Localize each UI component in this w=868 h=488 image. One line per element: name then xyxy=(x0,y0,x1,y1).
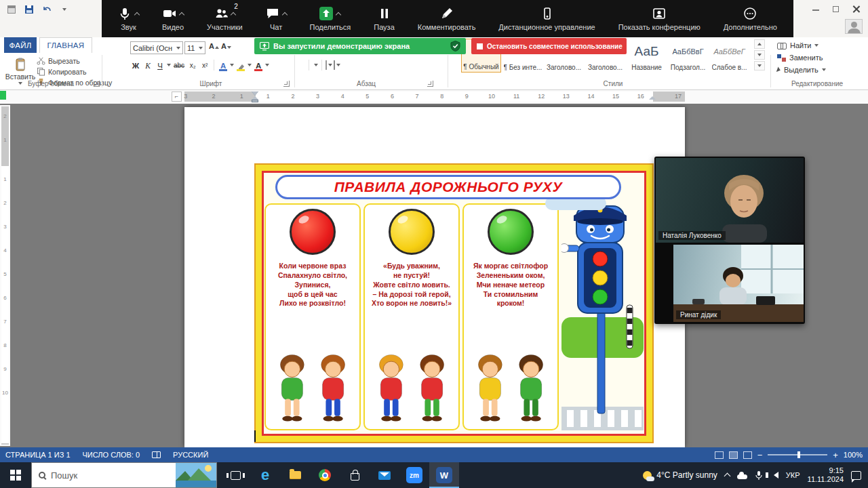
font-family-select[interactable]: Calibri (Осн xyxy=(130,41,183,54)
zoom-pause-button[interactable]: Пауза xyxy=(374,6,395,31)
style-item-title[interactable]: АаБ Название xyxy=(627,39,667,73)
font-dialog-launcher-icon[interactable] xyxy=(283,81,290,87)
left-indent-marker[interactable] xyxy=(252,100,258,102)
font-color-dropdown-icon[interactable] xyxy=(265,64,269,66)
language-switcher[interactable]: УКР xyxy=(786,471,800,479)
account-avatar[interactable] xyxy=(845,19,863,34)
borders-dropdown-icon[interactable] xyxy=(336,64,340,66)
styles-gallery-more[interactable] xyxy=(754,61,765,70)
shading-dropdown-icon[interactable] xyxy=(328,64,332,66)
zoom-more-button[interactable]: Дополнительно xyxy=(724,6,777,31)
strikethrough-button[interactable]: abc xyxy=(172,59,186,71)
zoom-app-button[interactable]: zm xyxy=(399,462,429,488)
clipboard-dialog-launcher-icon[interactable] xyxy=(94,81,100,87)
proofing-icon[interactable] xyxy=(152,451,161,458)
web-layout-icon[interactable] xyxy=(743,451,752,459)
paragraph-dialog-launcher-icon[interactable] xyxy=(427,81,433,87)
zoom-slider-handle[interactable] xyxy=(797,451,800,458)
horizontal-ruler[interactable]: ⌐ 321 1234 5678 9101112 13141516 17 xyxy=(0,90,868,104)
chevron-up-icon[interactable] xyxy=(178,12,184,18)
mail-button[interactable] xyxy=(370,462,399,488)
underline-button[interactable]: Ч xyxy=(155,59,165,71)
select-button[interactable]: Выделить xyxy=(777,64,826,75)
read-mode-icon[interactable] xyxy=(715,451,724,459)
word-app-button[interactable]: W xyxy=(429,462,459,488)
print-layout-icon[interactable] xyxy=(729,451,738,459)
tab-file[interactable]: ФАЙЛ xyxy=(4,37,37,53)
borders-button[interactable] xyxy=(334,61,335,69)
close-icon[interactable] xyxy=(852,5,860,13)
zoom-participants-button[interactable]: 2 Участники xyxy=(207,6,243,31)
volume-icon[interactable] xyxy=(774,472,778,479)
chevron-up-icon[interactable] xyxy=(336,12,341,18)
right-indent-marker[interactable] xyxy=(649,96,656,100)
taskbar-search[interactable]: Пошук xyxy=(31,462,217,488)
copy-button[interactable]: Копировать xyxy=(37,66,112,77)
chevron-up-icon[interactable] xyxy=(281,12,287,18)
tab-home[interactable]: ГЛАВНАЯ xyxy=(39,37,92,53)
store-button[interactable] xyxy=(340,462,370,488)
shading-button[interactable] xyxy=(326,61,327,69)
highlight-button[interactable] xyxy=(235,59,246,71)
language-indicator[interactable]: РУССКИЙ xyxy=(173,451,208,459)
undo-icon[interactable] xyxy=(42,5,52,14)
minimize-icon[interactable] xyxy=(812,9,819,11)
style-item-subtle-emphasis[interactable]: АаБбВеГ Слабое в... xyxy=(709,39,749,73)
subscript-button[interactable]: x₂ xyxy=(187,59,198,71)
grow-font-button[interactable]: А xyxy=(209,42,219,50)
hidden-icons-chevron[interactable] xyxy=(724,473,730,480)
shrink-font-button[interactable]: А xyxy=(221,42,231,50)
task-view-button[interactable] xyxy=(220,462,250,488)
file-explorer-button[interactable] xyxy=(280,462,310,488)
restore-icon[interactable] xyxy=(833,6,839,12)
document-page[interactable]: ПРАВИЛА ДОРОЖНЬОГО РУХУ Коли червоне вра… xyxy=(184,107,685,447)
text-effects-dropdown-icon[interactable] xyxy=(230,64,234,66)
underline-dropdown-icon[interactable] xyxy=(167,64,171,66)
replace-button[interactable]: Заменить xyxy=(777,52,823,63)
italic-button[interactable]: К xyxy=(142,59,153,71)
zoom-slider[interactable] xyxy=(768,454,827,455)
zoom-out-button[interactable]: − xyxy=(757,451,763,460)
zoom-show-conference-button[interactable]: Показать конференцию xyxy=(618,6,701,31)
chrome-button[interactable] xyxy=(310,462,340,488)
zoom-level[interactable]: 100% xyxy=(844,451,863,459)
participant-video-2[interactable]: Ринат дідик xyxy=(673,245,804,322)
word-count[interactable]: ЧИСЛО СЛОВ: 0 xyxy=(83,451,140,459)
styles-gallery-scroll-up[interactable] xyxy=(754,39,765,49)
zoom-remote-control-button[interactable]: Дистанционное управление xyxy=(498,6,595,31)
zoom-audio-button[interactable]: Звук xyxy=(118,6,139,31)
zoom-in-button[interactable]: + xyxy=(833,451,838,460)
edge-button[interactable]: e xyxy=(250,462,280,488)
qat-customize-chevron-icon[interactable] xyxy=(60,5,69,14)
first-line-indent-marker[interactable] xyxy=(252,92,258,96)
zoom-video-button[interactable]: Видео xyxy=(162,6,184,31)
stop-sharing-button[interactable]: Остановить совместное использование xyxy=(471,38,627,54)
line-spacing-dropdown-icon[interactable] xyxy=(314,64,318,66)
chevron-up-icon[interactable] xyxy=(231,12,236,18)
zoom-annotate-button[interactable]: Комментировать xyxy=(418,6,476,31)
onedrive-icon[interactable] xyxy=(737,474,747,479)
find-button[interactable]: Найти xyxy=(777,40,818,51)
mic-tray-icon[interactable] xyxy=(755,470,763,481)
zoom-chat-button[interactable]: Чат xyxy=(266,6,287,31)
font-size-select[interactable]: 11 xyxy=(184,41,205,54)
zoom-share-button[interactable]: Поделиться xyxy=(310,6,351,31)
styles-gallery-scroll-down[interactable] xyxy=(754,50,765,60)
start-button[interactable] xyxy=(0,462,31,488)
save-icon[interactable] xyxy=(24,5,34,14)
action-center-icon[interactable] xyxy=(851,471,861,480)
zoom-video-panel[interactable]: Наталія Луковенко Ринат дідик xyxy=(654,157,805,324)
chevron-up-icon[interactable] xyxy=(134,12,140,18)
bold-button[interactable]: Ж xyxy=(130,59,141,71)
text-effects-button[interactable]: А xyxy=(218,59,229,71)
style-item-subtitle[interactable]: АаБбВвГ Подзагол... xyxy=(668,39,708,73)
page-indicator[interactable]: СТРАНИЦА 1 ИЗ 1 xyxy=(5,451,71,459)
vertical-ruler[interactable]: 2 1 1234 5678 910 xyxy=(0,105,10,446)
clock[interactable]: 9:15 11.11.2024 xyxy=(808,466,844,484)
highlight-dropdown-icon[interactable] xyxy=(248,64,252,66)
participant-video-1[interactable]: Наталія Луковенко xyxy=(656,158,804,243)
font-color-button[interactable]: А xyxy=(253,59,264,71)
cut-button[interactable]: Вырезать xyxy=(37,56,112,66)
weather-widget[interactable]: 4°C Partly sunny xyxy=(643,470,717,480)
superscript-button[interactable]: x² xyxy=(199,59,210,71)
